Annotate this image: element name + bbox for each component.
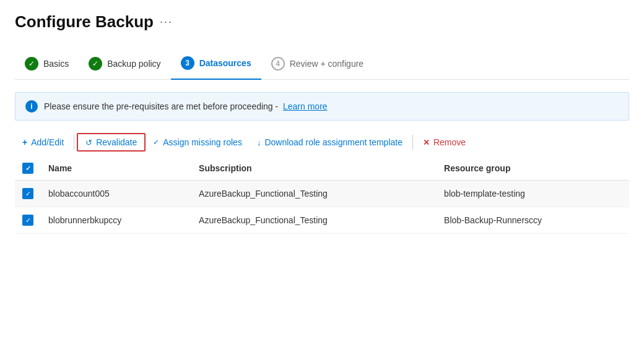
row-name-0: blobaccount005 <box>41 181 191 207</box>
info-banner-text: Please ensure the pre-requisites are met… <box>44 101 328 111</box>
x-icon: ✕ <box>423 138 430 147</box>
table-row: ✓ blobrunnerbkupccy AzureBackup_Function… <box>15 207 629 234</box>
step-datasources-number-icon: 3 <box>181 56 194 70</box>
step-backup-policy-check-icon: ✓ <box>89 57 102 71</box>
data-table: ✓ Name Subscription Resource group ✓ blo… <box>15 156 629 234</box>
table-header-row: ✓ Name Subscription Resource group <box>15 156 629 181</box>
row-resource-group-1: Blob-Backup-Runnersccy <box>437 207 629 234</box>
plus-icon: + <box>22 137 27 147</box>
toolbar: + Add/Edit ↺ Revalidate ✓ Assign missing… <box>15 133 629 152</box>
step-datasources[interactable]: 3 Datasources <box>171 49 261 80</box>
step-basics-check-icon: ✓ <box>25 57 38 71</box>
row-checkbox-0[interactable]: ✓ <box>22 188 33 199</box>
add-edit-button[interactable]: + Add/Edit <box>15 134 71 151</box>
step-backup-policy-label: Backup policy <box>107 59 160 69</box>
row-name-1: blobrunnerbkupccy <box>41 207 191 234</box>
checkmark-icon: ✓ <box>153 138 159 147</box>
row-subscription-1: AzureBackup_Functional_Testing <box>191 207 437 234</box>
toolbar-separator-2 <box>412 135 413 150</box>
table-row: ✓ blobaccount005 AzureBackup_Functional_… <box>15 181 629 207</box>
step-basics-label: Basics <box>43 59 69 69</box>
select-all-checkbox[interactable]: ✓ <box>22 163 33 174</box>
row-subscription-0: AzureBackup_Functional_Testing <box>191 181 437 207</box>
revalidate-button[interactable]: ↺ Revalidate <box>77 133 146 152</box>
toolbar-separator-1 <box>74 135 74 150</box>
th-checkbox: ✓ <box>15 156 41 181</box>
download-icon: ↓ <box>257 138 261 147</box>
more-options-button[interactable]: ··· <box>160 15 173 28</box>
assign-roles-button[interactable]: ✓ Assign missing roles <box>146 134 250 151</box>
download-template-button[interactable]: ↓ Download role assignment template <box>250 134 410 151</box>
step-basics[interactable]: ✓ Basics <box>15 49 79 79</box>
page-title: Configure Backup <box>15 12 154 32</box>
step-backup-policy[interactable]: ✓ Backup policy <box>79 49 170 79</box>
row-checkbox-1[interactable]: ✓ <box>22 215 33 226</box>
th-resource-group: Resource group <box>437 156 629 181</box>
refresh-icon: ↺ <box>85 138 92 147</box>
info-icon: i <box>25 100 38 113</box>
info-banner: i Please ensure the pre-requisites are m… <box>15 92 629 121</box>
th-name: Name <box>41 156 191 181</box>
row-checkbox-cell: ✓ <box>15 181 41 207</box>
remove-button[interactable]: ✕ Remove <box>416 134 473 151</box>
step-review-configure-label: Review + configure <box>290 59 363 69</box>
page-container: Configure Backup ··· ✓ Basics ✓ Backup p… <box>0 0 644 246</box>
table-body: ✓ blobaccount005 AzureBackup_Functional_… <box>15 181 629 234</box>
step-datasources-label: Datasources <box>199 58 251 68</box>
page-header: Configure Backup ··· <box>15 12 629 32</box>
learn-more-link[interactable]: Learn more <box>283 101 328 111</box>
row-checkbox-cell: ✓ <box>15 207 41 234</box>
row-resource-group-0: blob-template-testing <box>437 181 629 207</box>
wizard-steps: ✓ Basics ✓ Backup policy 3 Datasources 4… <box>15 49 629 80</box>
step-review-configure[interactable]: 4 Review + configure <box>261 49 373 79</box>
step-review-number-icon: 4 <box>271 57 285 71</box>
th-subscription: Subscription <box>191 156 437 181</box>
